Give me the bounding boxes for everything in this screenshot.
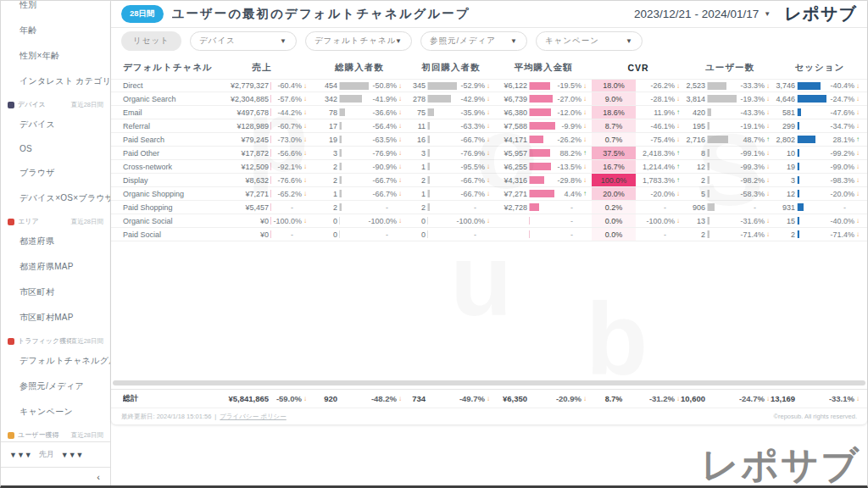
cell-users-change: -71.4%↓ <box>736 230 775 239</box>
cell-avg-value: ¥6,739 <box>495 92 554 105</box>
column-header-buyers[interactable]: 総購入者数 <box>312 62 407 74</box>
column-header-first[interactable]: 初回購入者数 <box>407 62 495 74</box>
mini-bar-track <box>707 395 736 402</box>
change-percent: -41.9% <box>372 95 397 103</box>
cell-avg-change: -19.5%↓ <box>554 81 592 90</box>
down-arrow-icon: ↓ <box>398 108 402 116</box>
change-percent: -100.0% <box>368 217 397 225</box>
metric-number: 931 <box>782 203 795 212</box>
sidebar-section-header: トラフィック獲得直近28日間 <box>1 330 110 348</box>
mini-bar-track <box>339 176 368 184</box>
change-percent: -31.6% <box>740 217 765 225</box>
down-arrow-icon: ↓ <box>766 230 770 238</box>
prev-month-label: 先月 <box>39 449 54 460</box>
metric-number: ¥0 <box>260 230 269 239</box>
cell-sessions-change: -34.7%↓ <box>826 122 865 130</box>
cell-cvr-value: 18.0% <box>592 80 636 92</box>
filter-dropdown-キャンペーン[interactable]: キャンペーン▼ <box>536 31 643 51</box>
down-arrow-icon: ↓ <box>487 176 490 184</box>
cell-sessions-value: 2 <box>775 228 826 241</box>
sidebar-item-デフォルトチャネルグループ[interactable]: デフォルトチャネルグループ <box>1 348 110 374</box>
up-arrow-icon: ↑ <box>676 163 680 170</box>
sidebar-item-性別×年齢[interactable]: 性別×年齢 <box>1 43 110 69</box>
sidebar-item-性別[interactable]: 性別 <box>1 1 110 18</box>
sidebar-collapse-button[interactable]: ‹ <box>1 467 110 485</box>
metric-number: 8 <box>701 149 705 158</box>
metric-number: 3 <box>791 176 795 185</box>
metric-number: ¥128,989 <box>236 122 269 130</box>
down-arrow-icon: ↓ <box>398 82 402 90</box>
cell-sessions-change: -40.0%↓ <box>826 217 865 225</box>
sidebar-item-ブラウザ[interactable]: ブラウザ <box>1 160 110 186</box>
cell-avg-value: ¥7,271 <box>495 187 554 200</box>
up-arrow-icon: ↑ <box>856 136 860 143</box>
change-percent: -58.3% <box>740 190 765 198</box>
sidebar-item-キャンペーン[interactable]: キャンペーン <box>1 399 110 424</box>
down-arrow-icon: ↓ <box>303 190 307 197</box>
sidebar-item-都道府県[interactable]: 都道府県 <box>1 229 110 254</box>
sidebar-item-都道府県MAP[interactable]: 都道府県MAP <box>1 254 110 280</box>
change-percent: -40.0% <box>830 217 854 225</box>
mini-bar-track <box>529 176 554 184</box>
mini-bar-track <box>797 203 826 211</box>
sidebar-item-市区町村[interactable]: 市区町村 <box>1 280 110 305</box>
mini-bar-track <box>797 176 826 184</box>
mini-bar <box>340 136 342 143</box>
filter-dropdown-デバイス[interactable]: デバイス▼ <box>190 31 297 51</box>
change-percent: -35.9% <box>460 108 485 117</box>
mini-bar <box>530 176 544 184</box>
mini-bar-track <box>797 82 826 90</box>
change-percent: -36.6% <box>372 108 397 117</box>
main-area: 28日間 ユーザーの最初のデフォルトチャネルグループ 2023/12/21 - … <box>111 1 867 485</box>
column-header-avg[interactable]: 平均購入金額 <box>495 62 592 74</box>
metric-number: 0 <box>333 230 337 239</box>
sidebar-item-OS[interactable]: OS <box>1 137 110 160</box>
cell-buyers-change: -50.8%↓ <box>368 81 407 90</box>
sidebar-item-デバイス×OS×ブラウザ[interactable]: デバイス×OS×ブラウザ <box>1 186 110 211</box>
change-percent: -66.7% <box>460 176 485 185</box>
cell-cvr-value: 100.0% <box>592 174 636 186</box>
date-range-selector[interactable]: 2023/12/21 - 2024/01/17 ▼ <box>634 8 771 20</box>
metric-number: 19 <box>329 136 337 144</box>
column-header-sales[interactable]: 売上 <box>212 62 312 74</box>
filter-dropdown-参照元/メディア[interactable]: 参照元/メディア▼ <box>420 31 527 51</box>
column-header-channel[interactable]: デフォルトチャネル <box>123 62 212 74</box>
sidebar-item-市区町村MAP[interactable]: 市区町村MAP <box>1 305 110 330</box>
filter-dropdown-label: 参照元/メディア <box>430 36 510 47</box>
filter-dropdown-デフォルトチャネル[interactable]: デフォルトチャネル▼ <box>305 31 412 51</box>
sidebar-prev-month-nav[interactable]: ▼▼▼ 先月 ▼▼▼ <box>1 441 110 467</box>
mini-bar-track <box>797 149 826 157</box>
sidebar-item-参照元/メディア[interactable]: 参照元/メディア <box>1 374 110 399</box>
metric-number: 11 <box>418 122 426 130</box>
down-arrow-icon: ↓ <box>487 149 490 157</box>
column-header-users[interactable]: ユーザー数 <box>685 62 775 74</box>
cell-cvr-change: 1,214.4%↑ <box>636 163 685 171</box>
column-header-sessions[interactable]: セッション <box>775 62 865 74</box>
mini-bar-track <box>797 395 826 402</box>
down-arrow-icon: ↓ <box>303 108 307 116</box>
privacy-policy-link[interactable]: プライバシー ポリシー <box>220 413 287 421</box>
cell-buyers-change: -36.6%↓ <box>368 108 407 117</box>
mini-bar-track <box>797 95 826 103</box>
cell-first-value: 11 <box>407 119 456 132</box>
down-arrow-icon: ↓ <box>303 395 307 402</box>
cell-users-change: -24.7%↓ <box>736 394 775 403</box>
user-acquisition-icon <box>8 432 14 439</box>
sidebar-item-年齢[interactable]: 年齢 <box>1 18 110 43</box>
down-arrow-icon: ↓ <box>303 217 307 225</box>
sidebar-item-デバイス[interactable]: デバイス <box>1 112 110 137</box>
metric-number: 3 <box>421 149 426 158</box>
cell-first-value: 16 <box>407 133 456 146</box>
column-header-cvr[interactable]: CVR <box>592 63 685 73</box>
cell-cvr-change: -31.2%↓ <box>636 394 685 403</box>
change-percent: -19.5% <box>557 81 581 90</box>
sidebar-item-インタレスト カテゴリ[interactable]: インタレスト カテゴリ <box>1 69 110 94</box>
report-card: 28日間 ユーザーの最初のデフォルトチャネルグループ 2023/12/21 - … <box>111 1 867 424</box>
reset-button[interactable]: リセット <box>121 31 181 51</box>
down-arrow-icon: ↓ <box>766 217 770 225</box>
horizontal-scrollbar[interactable] <box>113 380 865 385</box>
table-row: Referral¥128,989-60.7%↓17-56.4%↓11-63.3%… <box>111 119 867 133</box>
metric-number: 75 <box>417 108 426 117</box>
change-percent: -19.1% <box>740 122 765 130</box>
mini-bar-track <box>339 95 368 103</box>
